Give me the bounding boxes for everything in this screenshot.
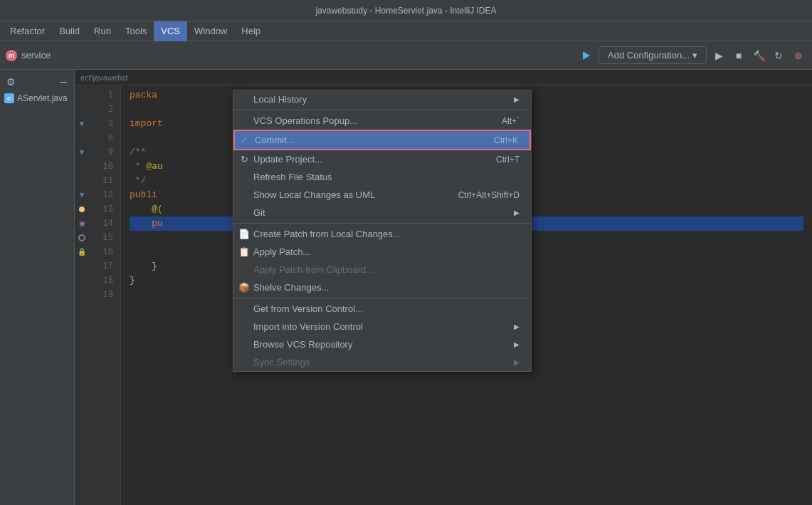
build-project-button[interactable]: 🔨 bbox=[751, 48, 766, 63]
shelve-icon: 📦 bbox=[239, 283, 249, 293]
vcs-menu-operations-popup[interactable]: VCS Operations Popup... Alt+` bbox=[233, 112, 531, 130]
add-config-label: Add Configuration... bbox=[608, 50, 690, 61]
debug-button[interactable]: ▶ bbox=[711, 48, 727, 63]
annotation-line bbox=[130, 202, 152, 217]
breakpoint-circle[interactable] bbox=[78, 234, 85, 241]
gutter-row-2 bbox=[75, 103, 89, 117]
vcs-menu-git[interactable]: Git ▶ bbox=[233, 204, 531, 222]
refresh-status-label: Refresh File Status bbox=[253, 172, 520, 182]
vcs-menu-shelve-changes[interactable]: 📦 Shelve Changes... bbox=[233, 278, 531, 296]
vcs-menu-local-history[interactable]: Local History ▶ bbox=[233, 90, 531, 108]
keyword-pu: pu bbox=[152, 217, 163, 231]
main-layout: ⚙ ─ C AServlet.java ect\javawebst ▼ ▼ bbox=[0, 70, 812, 505]
gutter-row-1 bbox=[75, 88, 89, 103]
import-vcs-arrow: ▶ bbox=[514, 323, 520, 330]
gutter-row-6 bbox=[75, 160, 89, 174]
svg-marker-0 bbox=[583, 51, 590, 60]
gutter-row-10: ◉ bbox=[75, 217, 89, 231]
menu-tools[interactable]: Tools bbox=[118, 21, 154, 41]
vcs-menu-sync-settings[interactable]: Sync Settings ▶ bbox=[233, 353, 531, 371]
create-patch-icon: 📄 bbox=[239, 229, 249, 239]
gutter-row-5: ▼ bbox=[75, 145, 89, 160]
vcs-menu-refresh-status[interactable]: Refresh File Status bbox=[233, 168, 531, 186]
add-config-arrow: ▾ bbox=[692, 50, 697, 61]
git-label: Git bbox=[253, 207, 514, 218]
shelve-changes-label: Shelve Changes... bbox=[253, 282, 520, 293]
gutter-row-4 bbox=[75, 131, 89, 145]
operations-popup-label: VCS Operations Popup... bbox=[253, 115, 480, 126]
run-arrow-icon bbox=[580, 50, 591, 61]
import-vcs-label: Import into Version Control bbox=[253, 321, 514, 332]
commit-shortcut: Ctrl+K bbox=[494, 135, 518, 145]
annotation-text: @au bbox=[146, 160, 162, 174]
comment-start: /** bbox=[130, 145, 146, 160]
comment-end: */ bbox=[130, 174, 146, 188]
fold-icon-3[interactable]: ▼ bbox=[78, 117, 85, 131]
menu-build[interactable]: Build bbox=[52, 21, 87, 41]
sidebar: ⚙ ─ C AServlet.java bbox=[0, 70, 75, 505]
sidebar-top-bar: ⚙ ─ bbox=[0, 73, 74, 91]
vcs-menu-commit[interactable]: ✓ Commit... Ctrl+K bbox=[233, 130, 531, 150]
vcs-menu-update-project[interactable]: ↻ Update Project... Ctrl+T bbox=[233, 150, 531, 168]
gutter-row-12: 🔒 bbox=[75, 245, 89, 259]
gutter-row-9 bbox=[75, 202, 89, 217]
breadcrumb-bar: ect\javawebst bbox=[75, 70, 812, 85]
show-local-changes-shortcut: Ctrl+Alt+Shift+D bbox=[458, 190, 520, 200]
vcs-menu-import-vcs[interactable]: Import into Version Control ▶ bbox=[233, 318, 531, 335]
warning-dot bbox=[79, 207, 85, 212]
apply-patch-clipboard-label: Apply Patch from Clipboard... bbox=[253, 264, 520, 275]
breadcrumb-text: ect\javawebst bbox=[80, 73, 128, 82]
gutter-row-8: ▼ bbox=[75, 188, 89, 202]
apply-patch-label: Apply Patch... bbox=[253, 246, 520, 257]
file-label: AServlet.java bbox=[17, 93, 68, 103]
file-item-aservlet[interactable]: C AServlet.java bbox=[0, 91, 74, 105]
fold-icon-8[interactable]: ▼ bbox=[78, 188, 85, 202]
gutter-row-3: ▼ bbox=[75, 117, 89, 131]
keyword-public: publi bbox=[130, 188, 157, 202]
service-icon: m bbox=[6, 50, 17, 61]
search-everywhere-button[interactable]: ⊕ bbox=[791, 48, 806, 63]
title-text: javawebstudy - HomeServlet.java - Intell… bbox=[315, 6, 496, 16]
menu-refactor[interactable]: Refactor bbox=[3, 21, 52, 41]
brace-close-outer: } bbox=[130, 274, 135, 288]
sync-button[interactable]: ↻ bbox=[771, 48, 786, 63]
menu-run[interactable]: Run bbox=[87, 21, 118, 41]
editor-area: ect\javawebst ▼ ▼ ▼ bbox=[75, 70, 812, 505]
method-line bbox=[130, 217, 152, 231]
vcs-menu-apply-patch-clipboard[interactable]: Apply Patch from Clipboard... bbox=[233, 261, 531, 278]
menu-bar: Refactor Build Run Tools VCS Window Help bbox=[0, 21, 812, 41]
gutter-icons: ▼ ▼ ▼ ◉ bbox=[75, 85, 89, 505]
commit-checkmark: ✓ bbox=[241, 135, 248, 145]
menu-window[interactable]: Window bbox=[187, 21, 234, 41]
vcs-menu-show-local-changes[interactable]: Show Local Changes as UML Ctrl+Alt+Shift… bbox=[233, 186, 531, 204]
vcs-menu-get-from-vcs[interactable]: Get from Version Control... bbox=[233, 300, 531, 318]
get-from-vcs-label: Get from Version Control... bbox=[253, 303, 520, 314]
fold-icon-5[interactable]: ▼ bbox=[78, 145, 85, 160]
service-selector[interactable]: m service bbox=[6, 50, 51, 61]
at-annotation: @( bbox=[152, 202, 163, 217]
apply-patch-icon: 📋 bbox=[239, 247, 249, 257]
git-arrow: ▶ bbox=[514, 209, 520, 217]
settings-icon-button[interactable]: ⚙ bbox=[4, 76, 17, 88]
toolbar: m service Add Configuration... ▾ ▶ ■ 🔨 ↻… bbox=[0, 41, 812, 70]
keyword-import: import bbox=[130, 117, 163, 131]
separator-2 bbox=[233, 223, 531, 224]
menu-help[interactable]: Help bbox=[234, 21, 268, 41]
update-icon: ↻ bbox=[239, 155, 249, 165]
menu-vcs[interactable]: VCS bbox=[154, 21, 187, 41]
vcs-menu-create-patch[interactable]: 📄 Create Patch from Local Changes... bbox=[233, 225, 531, 243]
local-history-label: Local History bbox=[253, 94, 514, 105]
comment-author: * bbox=[130, 160, 146, 174]
keyword-package: packa bbox=[130, 88, 157, 103]
stop-button[interactable]: ■ bbox=[731, 48, 747, 63]
vcs-menu-browse-vcs[interactable]: Browse VCS Repository ▶ bbox=[233, 335, 531, 353]
create-patch-label: Create Patch from Local Changes... bbox=[253, 229, 520, 239]
line-numbers: 1 2 3 8 9 10 11 12 13 14 15 16 17 18 19 bbox=[89, 85, 121, 505]
commit-label: Commit... bbox=[255, 135, 473, 145]
separator-3 bbox=[233, 298, 531, 298]
override-arrow: ◉ bbox=[79, 217, 85, 231]
add-configuration-button[interactable]: Add Configuration... ▾ bbox=[599, 46, 707, 64]
vcs-menu-apply-patch[interactable]: 📋 Apply Patch... bbox=[233, 243, 531, 261]
brace-close-inner: } bbox=[130, 259, 157, 274]
minimize-icon-button[interactable]: ─ bbox=[57, 76, 70, 88]
